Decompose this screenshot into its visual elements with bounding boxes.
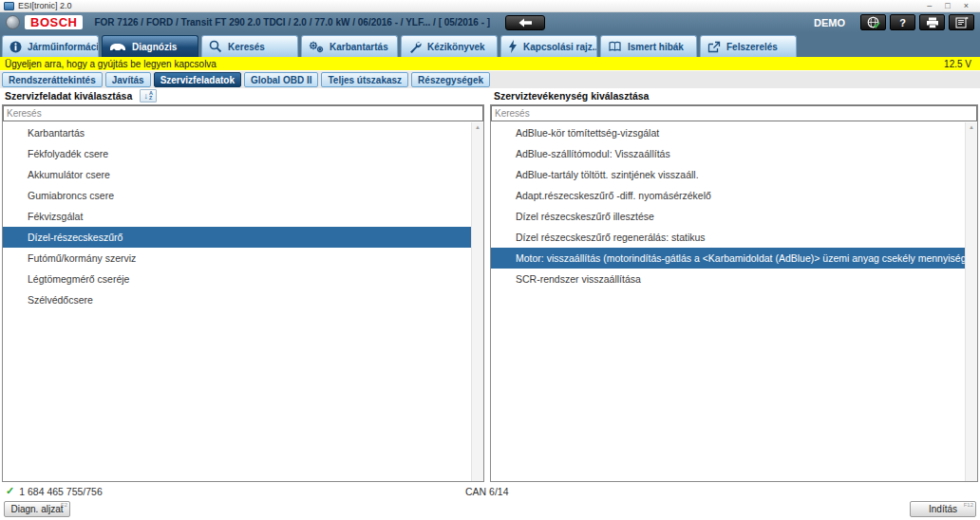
list-item[interactable]: SCR-rendszer visszaállítása	[491, 269, 965, 289]
car-icon	[109, 42, 126, 52]
tab-kezikonyvek[interactable]: Kézikönyvek	[401, 35, 498, 57]
tab-label: Kapcsolási rajz...	[523, 42, 597, 52]
app-icon	[4, 2, 14, 10]
fkey-hint: F2	[61, 502, 67, 508]
tab-karbantartas[interactable]: Karbantartás	[301, 35, 398, 57]
tab-kapcsolasi-rajz[interactable]: Kapcsolási rajz...	[500, 35, 597, 57]
right-panel-title: Szerviztevékenység kiválasztása	[494, 90, 649, 102]
right-search-input[interactable]	[491, 105, 977, 121]
subtab-javitas[interactable]: Javítás	[105, 72, 151, 87]
sort-az-icon: ↓	[144, 92, 149, 101]
scroll-up-icon[interactable]: ▲	[966, 122, 977, 130]
diagnostic-socket-button[interactable]: Diagn. aljzat F2	[4, 501, 70, 517]
tab-ismert-hibak[interactable]: Ismert hibák	[600, 35, 697, 57]
list-item[interactable]: Akkumulátor csere	[3, 164, 471, 185]
app-header: BOSCH FOR 7126 / FORD / Transit FT 290 2…	[0, 12, 980, 32]
connection-check-icon: ✓	[6, 485, 14, 497]
bosch-logo: BOSCH	[25, 15, 83, 29]
warning-bar: Ügyeljen arra, hogy a gyújtás be legyen …	[0, 57, 980, 70]
tab-label: Karbantartás	[330, 42, 388, 52]
action-bar: Diagn. aljzat F2 Indítás F12	[0, 499, 980, 520]
list-item[interactable]: Adapt.részecskeszűrő -diff. nyomásérzéke…	[491, 185, 965, 206]
subtab-teljes-utszakasz[interactable]: Teljes útszakasz	[321, 72, 408, 87]
tester-part-number: 1 684 465 755/756	[19, 486, 103, 497]
list-item[interactable]: Gumiabroncs csere	[3, 185, 471, 206]
maximize-button[interactable]: □	[945, 1, 950, 10]
tab-felszereles[interactable]: Felszerelés	[700, 35, 797, 57]
protocol-button[interactable]	[949, 14, 974, 30]
tab-label: Kézikönyvek	[427, 42, 485, 52]
left-search-input[interactable]	[3, 105, 483, 121]
sub-nav: Rendszeráttekintés Javítás Szervizfelada…	[0, 70, 980, 88]
left-panel-title: Szervizfeladat kiválasztása	[5, 90, 132, 102]
subtab-global-obd[interactable]: Global OBD II	[244, 72, 318, 87]
bosch-symbol-icon	[6, 15, 20, 29]
tab-label: Keresés	[228, 42, 265, 52]
warning-message: Ügyeljen arra, hogy a gyújtás be legyen …	[5, 59, 217, 69]
printer-icon	[926, 17, 939, 28]
back-arrow-icon	[518, 18, 532, 28]
button-label: Diagn. aljzat	[10, 504, 63, 514]
wrench-icon	[408, 41, 422, 53]
subtab-szervizfeladatok[interactable]: Szervizfeladatok	[154, 72, 241, 87]
demo-badge: DEMO	[814, 17, 845, 28]
list-item[interactable]: Fékfolyadék csere	[3, 143, 471, 164]
service-activity-panel: AdBlue-kör tömítettség-vizsgálatAdBlue-s…	[490, 104, 978, 482]
book-icon	[608, 41, 622, 52]
external-link-icon	[707, 41, 721, 53]
print-button[interactable]	[919, 14, 945, 30]
close-button[interactable]: ×	[964, 1, 969, 10]
list-item[interactable]: Motor: visszaállítás (motorindítás-gátlá…	[491, 248, 965, 269]
list-item[interactable]: Dízel-részecskeszűrő	[3, 227, 471, 248]
search-icon	[209, 40, 222, 53]
globe-check-icon	[867, 16, 880, 29]
start-button[interactable]: Indítás F12	[910, 501, 976, 517]
bosch-logo-text: BOSCH	[30, 15, 77, 29]
list-item[interactable]: Szélvédőcsere	[3, 289, 471, 310]
left-scrollbar[interactable]: ▲	[471, 122, 483, 481]
vehicle-info: FOR 7126 / FORD / Transit FT 290 2.0 TDC…	[94, 17, 490, 28]
tab-kereses[interactable]: Keresés	[201, 35, 298, 57]
panel-headers: Szervizfeladat kiválasztása ↓ AZ Szerviz…	[0, 88, 980, 103]
lightning-icon	[508, 40, 518, 53]
status-bar: ✓ 1 684 465 755/756 CAN 6/14	[0, 483, 980, 499]
list-item[interactable]: Fékvizsgálat	[3, 206, 471, 227]
list-item[interactable]: Légtömegmérő cseréje	[3, 269, 471, 289]
battery-voltage: 12.5 V	[944, 59, 975, 69]
scroll-up-icon[interactable]: ▲	[472, 122, 483, 130]
tab-label: Felszerelés	[726, 42, 778, 52]
help-button[interactable]: ?	[890, 14, 915, 30]
tab-label: Ismert hibák	[628, 42, 684, 52]
service-task-list: KarbantartásFékfolyadék csereAkkumulátor…	[3, 122, 471, 481]
list-item[interactable]: Futómű/kormány szerviz	[3, 248, 471, 269]
right-scrollbar[interactable]: ▲	[965, 122, 977, 481]
sort-button[interactable]: ↓ AZ	[140, 89, 157, 102]
subtab-reszegysegek[interactable]: Részegységek	[411, 72, 490, 87]
info-icon	[9, 41, 22, 53]
button-label: Indítás	[929, 504, 957, 514]
content-area: KarbantartásFékfolyadék csereAkkumulátor…	[0, 103, 980, 483]
list-item[interactable]: AdBlue-tartály töltött. szintjének vissz…	[491, 164, 965, 185]
window-titlebar: ESI[tronic] 2.0 – □ ×	[0, 0, 980, 12]
window-title: ESI[tronic] 2.0	[18, 1, 72, 10]
back-button[interactable]	[505, 15, 545, 30]
gears-icon	[309, 41, 324, 53]
service-task-panel: KarbantartásFékfolyadék csereAkkumulátor…	[2, 104, 484, 482]
list-item[interactable]: Dízel részecskeszűrő regenerálás: statik…	[491, 227, 965, 248]
tab-diagnozis[interactable]: Diagnózis	[102, 35, 198, 57]
can-status: CAN 6/14	[465, 486, 509, 497]
minimize-button[interactable]: –	[927, 1, 932, 10]
help-icon: ?	[899, 17, 906, 28]
list-item[interactable]: AdBlue-kör tömítettség-vizsgálat	[491, 122, 965, 143]
language-globe-button[interactable]	[860, 14, 886, 30]
tab-label: Járműinformáci...	[28, 42, 99, 52]
main-nav: Járműinformáci... Diagnózis Keresés Karb…	[0, 32, 980, 57]
subtab-rendszerattekintes[interactable]: Rendszeráttekintés	[2, 72, 103, 87]
fkey-hint: F12	[964, 502, 973, 508]
list-item[interactable]: Karbantartás	[3, 122, 471, 143]
list-item[interactable]: AdBlue-szállítómodul: Visszaállítás	[491, 143, 965, 164]
tab-jarmuinformacio[interactable]: Járműinformáci...	[2, 35, 99, 57]
list-item[interactable]: Dízel részecskeszűrő illesztése	[491, 206, 965, 227]
report-icon	[955, 17, 969, 28]
tab-label: Diagnózis	[132, 42, 177, 52]
